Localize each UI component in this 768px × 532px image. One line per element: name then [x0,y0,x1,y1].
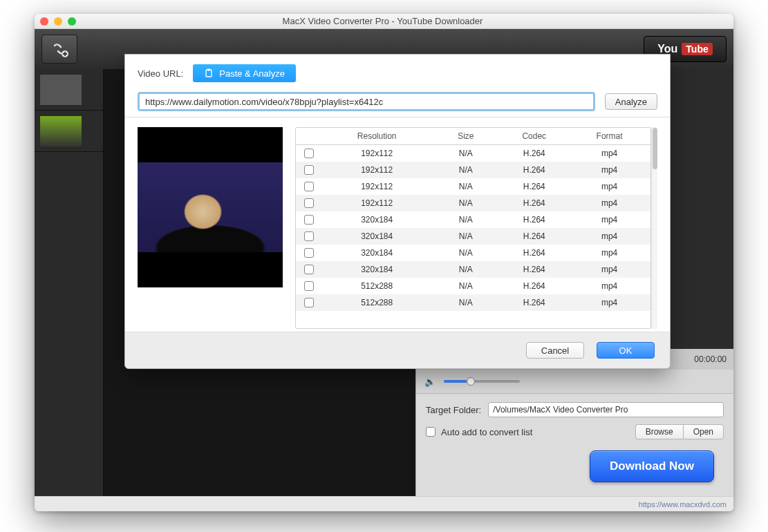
cell-resolution: 320x184 [322,211,431,228]
cell-resolution: 192x112 [322,195,431,211]
table-row[interactable]: 320x184N/AH.264mp4 [296,228,650,245]
table-row[interactable]: 192x112N/AH.264mp4 [296,178,650,195]
table-row[interactable]: 320x184N/AH.264mp4 [296,211,650,228]
cell-format: mp4 [568,294,650,311]
status-url[interactable]: https://www.macxdvd.com [639,500,727,509]
cell-codec: H.264 [500,245,568,261]
speaker-icon[interactable] [424,375,435,388]
table-header: Resolution Size Codec Format [296,128,650,145]
cell-codec: H.264 [500,162,568,178]
col-format: Format [568,128,650,144]
formats-table: Resolution Size Codec Format 192x112N/AH… [295,127,651,329]
cell-size: N/A [431,211,500,228]
row-checkbox[interactable] [304,231,314,241]
cell-codec: H.264 [500,294,568,311]
minimize-icon[interactable] [54,17,62,26]
cell-format: mp4 [568,178,650,195]
cell-size: N/A [431,228,500,245]
volume-slider[interactable] [444,380,520,383]
queue-thumb [40,75,82,105]
queue-item[interactable] [35,111,103,152]
window-controls [40,17,76,26]
video-url-label: Video URL: [138,68,183,79]
cell-resolution: 320x184 [322,228,431,245]
target-zone: Target Folder: Auto add to convert list … [416,393,733,496]
cell-size: N/A [431,162,500,178]
clipboard-icon [204,68,214,78]
target-folder-input[interactable] [488,402,724,417]
row-checkbox[interactable] [304,165,314,175]
cell-format: mp4 [568,145,650,162]
table-row[interactable]: 320x184N/AH.264mp4 [296,261,650,278]
cell-size: N/A [431,261,500,278]
col-size: Size [431,128,500,144]
cell-resolution: 512x288 [322,278,431,294]
preview-thumbnail [138,162,283,252]
browse-button[interactable]: Browse [635,424,683,439]
row-checkbox[interactable] [304,298,314,307]
cell-resolution: 512x288 [322,294,431,311]
table-row[interactable]: 192x112N/AH.264mp4 [296,145,650,162]
paste-analyze-button[interactable]: Paste & Analyze [193,64,296,82]
cell-codec: H.264 [500,278,568,294]
cell-format: mp4 [568,228,650,245]
cell-resolution: 192x112 [322,162,431,178]
youtube-text-b: Tube [682,43,712,55]
cell-codec: H.264 [500,228,568,245]
table-row[interactable]: 192x112N/AH.264mp4 [296,195,650,211]
cell-resolution: 320x184 [322,261,431,278]
app-window: MacX Video Converter Pro - YouTube Downl… [35,14,733,511]
link-plus-icon [49,40,70,58]
cell-format: mp4 [568,278,650,294]
cell-codec: H.264 [500,178,568,195]
cell-codec: H.264 [500,145,568,162]
cell-codec: H.264 [500,195,568,211]
cell-size: N/A [431,278,500,294]
titlebar: MacX Video Converter Pro - YouTube Downl… [35,14,733,29]
cell-resolution: 320x184 [322,245,431,261]
row-checkbox[interactable] [304,281,314,291]
player-controls [416,370,733,393]
cell-size: N/A [431,294,500,311]
table-row[interactable]: 512x288N/AH.264mp4 [296,278,650,294]
cell-format: mp4 [568,261,650,278]
window-title: MacX Video Converter Pro - YouTube Downl… [76,16,689,26]
add-url-button[interactable] [41,35,77,64]
table-row[interactable]: 192x112N/AH.264mp4 [296,162,650,178]
cell-format: mp4 [568,162,650,178]
row-checkbox[interactable] [304,215,314,225]
auto-add-label: Auto add to convert list [441,427,532,437]
row-checkbox[interactable] [304,198,314,208]
close-icon[interactable] [40,17,48,26]
queue-item[interactable] [35,69,103,111]
auto-add-checkbox[interactable] [426,427,435,437]
row-checkbox[interactable] [304,149,314,158]
cell-codec: H.264 [500,261,568,278]
video-url-input[interactable] [138,92,595,111]
cell-format: mp4 [568,211,650,228]
cell-format: mp4 [568,195,650,211]
col-codec: Codec [500,128,568,144]
status-bar: https://www.macxdvd.com [35,496,733,511]
ok-button[interactable]: OK [597,342,655,359]
analyze-button[interactable]: Analyze [605,93,657,110]
table-scrollbar[interactable] [651,127,657,329]
col-resolution: Resolution [322,128,431,144]
zoom-icon[interactable] [68,17,76,26]
analyze-dialog: Video URL: Paste & Analyze Analyze [124,54,671,369]
table-body[interactable]: 192x112N/AH.264mp4192x112N/AH.264mp4192x… [296,145,650,328]
cell-format: mp4 [568,245,650,261]
open-button[interactable]: Open [683,424,724,439]
cell-resolution: 192x112 [322,145,431,162]
player-time: 00:00:00 [694,354,727,364]
target-folder-label: Target Folder: [426,405,481,415]
row-checkbox[interactable] [304,265,314,274]
cell-size: N/A [431,178,500,195]
cancel-button[interactable]: Cancel [526,342,584,359]
table-row[interactable]: 320x184N/AH.264mp4 [296,245,650,261]
row-checkbox[interactable] [304,248,314,258]
table-row[interactable]: 512x288N/AH.264mp4 [296,294,650,311]
row-checkbox[interactable] [304,182,314,191]
download-now-button[interactable]: Download Now [590,450,714,482]
queue-thumb [40,116,82,146]
